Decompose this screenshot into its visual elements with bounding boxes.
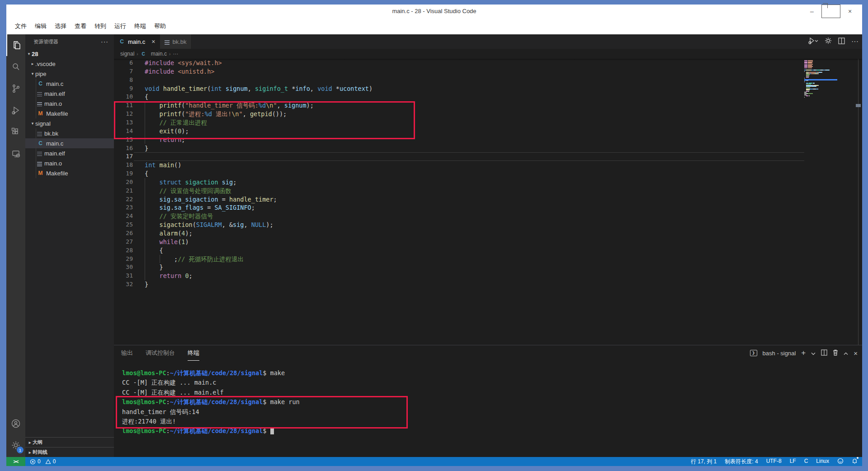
tree-item-label: Makefile bbox=[46, 170, 68, 177]
line-number: 26 bbox=[114, 229, 133, 238]
tree-item-label: main.elf bbox=[44, 90, 65, 97]
tree-item-label: main.o bbox=[44, 100, 62, 107]
sidebar-item-Makefile[interactable]: MMakefile bbox=[25, 168, 114, 178]
sidebar-item-main.elf[interactable]: main.elf bbox=[25, 89, 114, 99]
tree-item-label: Makefile bbox=[46, 110, 68, 117]
sidebar-item-bk.bk[interactable]: bk.bk bbox=[25, 128, 114, 138]
minimize-icon[interactable]: – bbox=[802, 5, 821, 18]
remote-explorer-icon[interactable] bbox=[6, 143, 25, 165]
minimap-line bbox=[804, 96, 837, 98]
panel-tab-终端[interactable]: 终端 bbox=[188, 345, 199, 361]
editor-actions: ··· bbox=[808, 34, 859, 49]
feedback-icon[interactable] bbox=[837, 458, 844, 466]
breadcrumb-item[interactable]: signal bbox=[120, 51, 134, 57]
maximize-panel-icon[interactable] bbox=[844, 350, 848, 357]
close-tab-icon[interactable]: × bbox=[151, 38, 155, 45]
search-icon[interactable] bbox=[6, 56, 25, 78]
tree-item-label: 28 bbox=[32, 51, 38, 57]
status-item[interactable]: C bbox=[804, 458, 808, 466]
status-item[interactable]: LF bbox=[790, 458, 796, 466]
tab-main.c[interactable]: Cmain.c× bbox=[114, 34, 160, 49]
sidebar-item-main.c[interactable]: Cmain.c bbox=[25, 79, 114, 89]
sidebar-item-main.elf[interactable]: main.elf bbox=[25, 148, 114, 158]
settings-gear-icon[interactable] bbox=[825, 37, 832, 46]
line-number: 17 bbox=[114, 152, 133, 161]
vscode-window: main.c - 28 - Visual Studio Code – × 文件编… bbox=[6, 5, 862, 466]
menu-item-0[interactable]: 文件 bbox=[11, 21, 31, 32]
status-item[interactable]: Linux bbox=[816, 458, 829, 466]
run-debug-dropdown-icon[interactable] bbox=[808, 37, 818, 46]
settings-icon[interactable]: 1 bbox=[6, 434, 25, 456]
tab-label: main.c bbox=[128, 38, 145, 45]
sidebar-item-main.o[interactable]: main.o bbox=[25, 99, 114, 108]
scrollbar-slider[interactable] bbox=[856, 104, 861, 107]
status-item[interactable]: UTF-8 bbox=[766, 458, 782, 466]
c-file-icon: C bbox=[118, 38, 125, 45]
c-file-icon: C bbox=[37, 140, 44, 147]
warning-icon bbox=[45, 459, 51, 465]
terminal-icon: ❯ bbox=[750, 350, 757, 356]
m-file-icon: M bbox=[37, 170, 44, 177]
menu-item-5[interactable]: 运行 bbox=[110, 21, 130, 32]
menu-item-7[interactable]: 帮助 bbox=[150, 21, 170, 32]
sidebar-item-28[interactable]: ▾28 bbox=[25, 49, 114, 59]
sidebar-item-pipe[interactable]: ▾pipe bbox=[25, 69, 114, 79]
sidebar-item-main.o[interactable]: main.o bbox=[25, 158, 114, 168]
more-actions-icon[interactable]: ··· bbox=[851, 38, 859, 46]
code-line-7: 7#include <unistd.h> bbox=[114, 67, 862, 76]
panel-actions: ❯ bash - signal + × bbox=[750, 345, 858, 361]
restore-icon[interactable] bbox=[821, 5, 840, 18]
remote-indicator[interactable]: >< bbox=[6, 457, 25, 466]
source-control-icon[interactable] bbox=[6, 78, 25, 99]
status-item[interactable]: 行 17, 列 1 bbox=[691, 458, 717, 466]
menu-item-3[interactable]: 查看 bbox=[71, 21, 90, 32]
line-number: 8 bbox=[114, 76, 133, 85]
close-icon[interactable]: × bbox=[840, 5, 859, 18]
menu-item-2[interactable]: 选择 bbox=[51, 21, 71, 32]
sidebar-item-Makefile[interactable]: MMakefile bbox=[25, 108, 114, 118]
minimap[interactable] bbox=[804, 60, 837, 98]
split-terminal-icon[interactable] bbox=[821, 349, 827, 357]
extensions-icon[interactable] bbox=[6, 121, 25, 143]
tree-item-label: main.c bbox=[46, 80, 63, 87]
menu-item-4[interactable]: 转到 bbox=[90, 21, 110, 32]
code-text: int main() bbox=[145, 161, 181, 170]
menu-item-1[interactable]: 编辑 bbox=[31, 21, 51, 32]
code-text: alarm(4); bbox=[145, 229, 193, 238]
status-item[interactable]: 制表符长度: 4 bbox=[725, 458, 758, 466]
tab-bk.bk[interactable]: bk.bk bbox=[160, 34, 191, 49]
split-editor-icon[interactable] bbox=[838, 38, 845, 46]
line-number: 31 bbox=[114, 272, 133, 280]
section-大纲[interactable]: ▸大纲 bbox=[25, 437, 114, 447]
warning-count: 0 bbox=[53, 458, 56, 465]
menu-item-6[interactable]: 终端 bbox=[130, 21, 150, 32]
panel-tab-输出[interactable]: 输出 bbox=[121, 345, 133, 361]
run-debug-icon[interactable] bbox=[6, 99, 25, 121]
problems-status[interactable]: 0 0 bbox=[25, 458, 56, 465]
code-text: // 安装定时器信号 bbox=[145, 212, 213, 221]
line-number: 6 bbox=[114, 59, 133, 67]
code-line-8: 8 bbox=[114, 76, 862, 85]
explorer-icon[interactable] bbox=[6, 34, 25, 56]
panel-tab-调试控制台[interactable]: 调试控制台 bbox=[146, 345, 175, 361]
scrollbar[interactable] bbox=[858, 59, 859, 345]
more-actions-icon[interactable]: ··· bbox=[101, 38, 108, 45]
code-line-21: 21 // 设置信号处理回调函数 bbox=[114, 187, 862, 195]
sidebar-item-signal[interactable]: ▾signal bbox=[25, 118, 114, 128]
notifications-bell-icon[interactable] bbox=[852, 458, 858, 466]
account-icon[interactable] bbox=[6, 413, 25, 434]
new-terminal-icon[interactable]: + bbox=[801, 349, 806, 358]
code-line-17: 17 bbox=[114, 152, 862, 161]
kill-terminal-icon[interactable] bbox=[833, 349, 838, 357]
sidebar-item-main.c[interactable]: Cmain.c bbox=[25, 138, 114, 148]
chevron-down-icon[interactable] bbox=[811, 350, 816, 357]
sidebar-item-.vscode[interactable]: ▸.vscode bbox=[25, 59, 114, 69]
breadcrumb-item[interactable]: ··· bbox=[173, 51, 178, 57]
section-时间线[interactable]: ▸时间线 bbox=[25, 447, 114, 457]
panel-tabs: 输出调试控制台终端 bbox=[121, 345, 199, 361]
breadcrumb-item[interactable]: main.c bbox=[151, 51, 167, 57]
annotation-rect-terminal bbox=[116, 396, 408, 429]
close-panel-icon[interactable]: × bbox=[854, 349, 858, 357]
sidebar-header: 资源管理器 ··· bbox=[25, 34, 114, 49]
terminal-profile-label[interactable]: bash - signal bbox=[763, 350, 796, 357]
